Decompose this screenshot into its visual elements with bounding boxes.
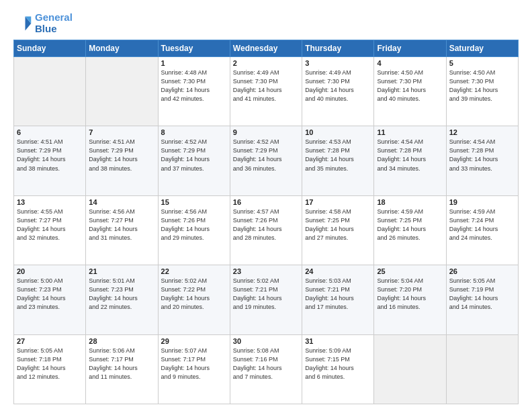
calendar-cell: 30Sunrise: 5:08 AM Sunset: 7:16 PM Dayli… <box>230 334 302 404</box>
calendar-cell: 15Sunrise: 4:56 AM Sunset: 7:26 PM Dayli… <box>158 195 230 265</box>
day-number: 1 <box>161 59 227 67</box>
calendar-cell <box>14 57 86 126</box>
day-number: 20 <box>17 267 83 275</box>
calendar-cell: 14Sunrise: 4:56 AM Sunset: 7:27 PM Dayli… <box>86 195 158 265</box>
day-info: Sunrise: 5:07 AM Sunset: 7:17 PM Dayligh… <box>161 347 227 381</box>
day-info: Sunrise: 4:54 AM Sunset: 7:28 PM Dayligh… <box>449 138 515 173</box>
day-info: Sunrise: 4:58 AM Sunset: 7:25 PM Dayligh… <box>305 208 371 242</box>
day-info: Sunrise: 5:03 AM Sunset: 7:21 PM Dayligh… <box>305 277 371 312</box>
calendar-cell: 26Sunrise: 5:05 AM Sunset: 7:19 PM Dayli… <box>446 265 518 334</box>
day-info: Sunrise: 5:04 AM Sunset: 7:20 PM Dayligh… <box>377 277 443 312</box>
calendar-cell: 12Sunrise: 4:54 AM Sunset: 7:28 PM Dayli… <box>446 126 518 195</box>
day-number: 11 <box>377 128 443 136</box>
weekday-header: Sunday <box>14 40 86 57</box>
day-number: 17 <box>305 198 371 206</box>
day-number: 4 <box>377 59 443 67</box>
calendar-cell: 4Sunrise: 4:50 AM Sunset: 7:30 PM Daylig… <box>374 57 446 126</box>
day-number: 21 <box>89 267 154 275</box>
calendar-cell: 28Sunrise: 5:06 AM Sunset: 7:17 PM Dayli… <box>86 334 158 404</box>
calendar-cell: 2Sunrise: 4:49 AM Sunset: 7:30 PM Daylig… <box>230 57 302 126</box>
day-number: 16 <box>233 198 299 206</box>
calendar-cell: 25Sunrise: 5:04 AM Sunset: 7:20 PM Dayli… <box>374 265 446 334</box>
calendar-header-row: SundayMondayTuesdayWednesdayThursdayFrid… <box>14 40 519 57</box>
day-number: 26 <box>449 267 515 275</box>
day-number: 31 <box>305 337 371 345</box>
day-info: Sunrise: 4:57 AM Sunset: 7:26 PM Dayligh… <box>233 208 299 242</box>
calendar-week-row: 20Sunrise: 5:00 AM Sunset: 7:23 PM Dayli… <box>14 265 519 334</box>
day-info: Sunrise: 5:05 AM Sunset: 7:18 PM Dayligh… <box>17 347 83 381</box>
calendar-cell: 24Sunrise: 5:03 AM Sunset: 7:21 PM Dayli… <box>302 265 374 334</box>
calendar-cell: 22Sunrise: 5:02 AM Sunset: 7:22 PM Dayli… <box>158 265 230 334</box>
day-number: 23 <box>233 267 299 275</box>
day-number: 22 <box>161 267 227 275</box>
calendar-week-row: 13Sunrise: 4:55 AM Sunset: 7:27 PM Dayli… <box>14 195 519 265</box>
day-number: 2 <box>233 59 299 67</box>
day-number: 15 <box>161 198 227 206</box>
calendar-cell: 10Sunrise: 4:53 AM Sunset: 7:28 PM Dayli… <box>302 126 374 195</box>
calendar-cell: 29Sunrise: 5:07 AM Sunset: 7:17 PM Dayli… <box>158 334 230 404</box>
calendar-cell: 1Sunrise: 4:48 AM Sunset: 7:30 PM Daylig… <box>158 57 230 126</box>
day-info: Sunrise: 5:05 AM Sunset: 7:19 PM Dayligh… <box>449 277 515 312</box>
calendar-cell: 19Sunrise: 4:59 AM Sunset: 7:24 PM Dayli… <box>446 195 518 265</box>
day-info: Sunrise: 5:01 AM Sunset: 7:23 PM Dayligh… <box>89 277 154 312</box>
day-info: Sunrise: 5:08 AM Sunset: 7:16 PM Dayligh… <box>233 347 299 381</box>
day-info: Sunrise: 4:49 AM Sunset: 7:30 PM Dayligh… <box>233 68 299 103</box>
day-number: 5 <box>449 59 515 67</box>
day-info: Sunrise: 5:06 AM Sunset: 7:17 PM Dayligh… <box>89 347 154 381</box>
day-number: 24 <box>305 267 371 275</box>
day-info: Sunrise: 5:02 AM Sunset: 7:22 PM Dayligh… <box>161 277 227 312</box>
calendar-week-row: 27Sunrise: 5:05 AM Sunset: 7:18 PM Dayli… <box>14 334 519 404</box>
weekday-header: Tuesday <box>158 40 230 57</box>
calendar-cell: 16Sunrise: 4:57 AM Sunset: 7:26 PM Dayli… <box>230 195 302 265</box>
calendar-cell: 5Sunrise: 4:50 AM Sunset: 7:30 PM Daylig… <box>446 57 518 126</box>
calendar-cell: 3Sunrise: 4:49 AM Sunset: 7:30 PM Daylig… <box>302 57 374 126</box>
day-info: Sunrise: 5:00 AM Sunset: 7:23 PM Dayligh… <box>17 277 83 312</box>
day-info: Sunrise: 4:52 AM Sunset: 7:29 PM Dayligh… <box>233 138 299 173</box>
weekday-header: Wednesday <box>230 40 302 57</box>
day-info: Sunrise: 4:59 AM Sunset: 7:24 PM Dayligh… <box>449 208 515 242</box>
day-info: Sunrise: 4:52 AM Sunset: 7:29 PM Dayligh… <box>161 138 227 173</box>
day-number: 13 <box>17 198 83 206</box>
logo: General Blue <box>13 12 73 34</box>
header: General Blue <box>13 12 519 34</box>
weekday-header: Thursday <box>302 40 374 57</box>
day-number: 19 <box>449 198 515 206</box>
day-info: Sunrise: 5:09 AM Sunset: 7:15 PM Dayligh… <box>305 347 371 381</box>
weekday-header: Monday <box>86 40 158 57</box>
calendar-cell: 7Sunrise: 4:51 AM Sunset: 7:29 PM Daylig… <box>86 126 158 195</box>
day-number: 10 <box>305 128 371 136</box>
day-info: Sunrise: 4:53 AM Sunset: 7:28 PM Dayligh… <box>305 138 371 173</box>
calendar-cell: 23Sunrise: 5:02 AM Sunset: 7:21 PM Dayli… <box>230 265 302 334</box>
day-info: Sunrise: 4:51 AM Sunset: 7:29 PM Dayligh… <box>89 138 154 173</box>
logo-icon <box>13 14 32 33</box>
calendar-cell: 31Sunrise: 5:09 AM Sunset: 7:15 PM Dayli… <box>302 334 374 404</box>
calendar-cell: 20Sunrise: 5:00 AM Sunset: 7:23 PM Dayli… <box>14 265 86 334</box>
calendar-cell: 6Sunrise: 4:51 AM Sunset: 7:29 PM Daylig… <box>14 126 86 195</box>
day-number: 9 <box>233 128 299 136</box>
calendar-cell: 8Sunrise: 4:52 AM Sunset: 7:29 PM Daylig… <box>158 126 230 195</box>
day-info: Sunrise: 4:56 AM Sunset: 7:27 PM Dayligh… <box>89 208 154 242</box>
day-info: Sunrise: 4:48 AM Sunset: 7:30 PM Dayligh… <box>161 68 227 103</box>
calendar-cell: 9Sunrise: 4:52 AM Sunset: 7:29 PM Daylig… <box>230 126 302 195</box>
day-number: 3 <box>305 59 371 67</box>
day-number: 6 <box>17 128 83 136</box>
day-number: 7 <box>89 128 154 136</box>
calendar-cell <box>446 334 518 404</box>
day-info: Sunrise: 4:50 AM Sunset: 7:30 PM Dayligh… <box>449 68 515 103</box>
calendar-cell: 27Sunrise: 5:05 AM Sunset: 7:18 PM Dayli… <box>14 334 86 404</box>
day-number: 8 <box>161 128 227 136</box>
logo-text: General Blue <box>35 12 73 34</box>
calendar-cell <box>86 57 158 126</box>
calendar-week-row: 1Sunrise: 4:48 AM Sunset: 7:30 PM Daylig… <box>14 57 519 126</box>
calendar-cell: 11Sunrise: 4:54 AM Sunset: 7:28 PM Dayli… <box>374 126 446 195</box>
page: General Blue SundayMondayTuesdayWednesda… <box>0 0 532 411</box>
calendar-cell <box>374 334 446 404</box>
day-info: Sunrise: 4:55 AM Sunset: 7:27 PM Dayligh… <box>17 208 83 242</box>
day-number: 30 <box>233 337 299 345</box>
day-info: Sunrise: 4:54 AM Sunset: 7:28 PM Dayligh… <box>377 138 443 173</box>
day-info: Sunrise: 4:49 AM Sunset: 7:30 PM Dayligh… <box>305 68 371 103</box>
day-number: 25 <box>377 267 443 275</box>
day-info: Sunrise: 4:50 AM Sunset: 7:30 PM Dayligh… <box>377 68 443 103</box>
day-number: 14 <box>89 198 154 206</box>
calendar-cell: 18Sunrise: 4:59 AM Sunset: 7:25 PM Dayli… <box>374 195 446 265</box>
